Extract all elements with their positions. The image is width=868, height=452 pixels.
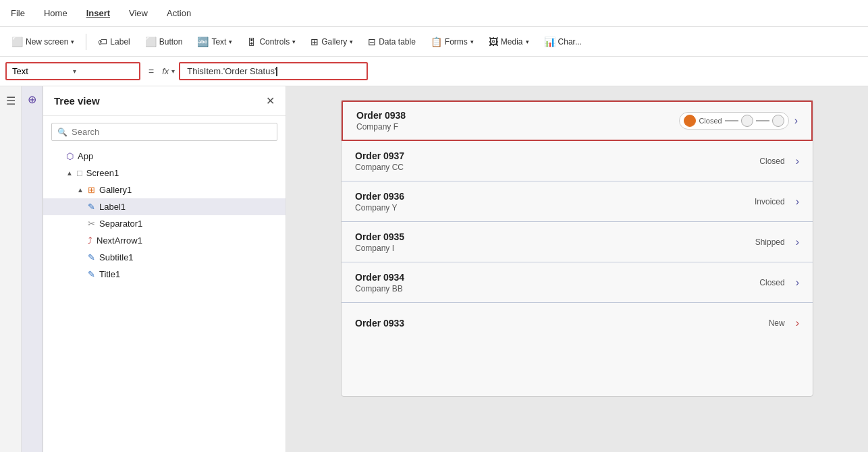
menu-bar: File Home Insert View Action [0,0,868,27]
formula-bar: Text ▾ = fx ▾ ThisItem.'Order Status' [0,57,868,86]
tree-item-gallery1[interactable]: ▲ ⊞ Gallery1 [43,181,286,198]
toggle-circle-2 [741,115,753,127]
toggle-circle-1 [684,115,696,127]
tree-header: Tree view ✕ [43,86,286,116]
gallery-list: Order 0938 Company F Closed › [342,101,813,343]
screen-icon: □ [77,168,82,178]
media-icon: 🖼 [489,36,498,47]
tree-item-app[interactable]: ⬡ App [43,148,286,165]
item-chevron-2[interactable]: › [796,196,799,208]
controls-button[interactable]: 🎛 Controls ▾ [241,33,302,51]
sidebar-toggle[interactable]: ☰ [0,86,22,452]
gallery-item-4[interactable]: Order 0934 Company BB Closed › [342,262,813,303]
item-chevron-4[interactable]: › [796,277,799,289]
tree-item-nextarrow1[interactable]: ⤴ NextArrow1 [43,232,286,249]
button-button[interactable]: ⬜ Button [139,33,189,51]
tree-title: Tree view [54,95,100,107]
item-order-5: Order 0933 [355,318,769,329]
title1-icon: ✎ [88,269,95,279]
text-chevron: ▾ [229,38,232,45]
forms-chevron: ▾ [470,38,474,45]
item-company-3: Company I [355,244,755,253]
data-table-icon: ⊟ [368,36,376,47]
search-icon: 🔍 [57,128,67,137]
text-button[interactable]: 🔤 Text ▾ [191,33,238,51]
new-screen-button[interactable]: ⬜ New screen ▾ [5,33,80,51]
fx-button[interactable]: fx ▾ [162,66,175,76]
tree-item-screen1[interactable]: ▲ □ Screen1 [43,165,286,181]
item-order-1: Order 0937 [355,150,759,161]
label1-icon: ✎ [88,202,95,212]
item-status-3: Shipped [755,237,785,247]
media-chevron: ▾ [526,38,529,45]
tree-panel: Tree view ✕ 🔍 ⬡ App ▲ □ Screen1 [43,86,286,452]
item-chevron-0[interactable]: › [794,115,798,127]
gallery-item-1[interactable]: Order 0937 Company CC Closed › [342,141,813,181]
text-icon: 🔤 [197,36,209,47]
tree-item-subtitle1[interactable]: ✎ Subtitle1 [43,249,286,266]
gallery-button[interactable]: ⊞ Gallery ▾ [304,33,359,51]
chart-icon: 📊 [544,36,555,47]
gallery1-chevron: ▲ [77,186,84,194]
item-chevron-3[interactable]: › [796,236,799,248]
label-button[interactable]: 🏷 Label [92,33,136,51]
gallery-item-5[interactable]: Order 0933 New › [342,303,813,343]
item-text-2: Order 0936 Company Y [355,191,755,213]
forms-button[interactable]: 📋 Forms ▾ [425,33,480,51]
status-toggle-0: Closed [679,112,788,130]
new-screen-chevron: ▾ [71,38,74,45]
formula-input[interactable]: ThisItem.'Order Status' [179,62,368,80]
item-company-0: Company F [356,122,679,132]
item-text-0: Order 0938 Company F [356,110,679,132]
tree-item-separator1[interactable]: ✂ Separator1 [43,215,286,232]
gallery-item-3[interactable]: Order 0935 Company I Shipped › [342,222,813,262]
property-dropdown[interactable]: Text ▾ [5,62,140,80]
equals-sign: = [144,66,158,77]
media-button[interactable]: 🖼 Media ▾ [483,33,535,51]
screen1-chevron: ▲ [66,169,73,177]
item-company-2: Company Y [355,203,755,213]
tree-item-label1[interactable]: ✎ Label1 [43,198,286,215]
item-order-2: Order 0936 [355,191,755,202]
canvas-frame: Order 0938 Company F Closed › [341,100,813,397]
layers-icon[interactable]: ⊕ [28,93,36,106]
item-status-5: New [769,318,785,328]
menu-file[interactable]: File [8,7,28,20]
menu-view[interactable]: View [126,7,151,20]
layer-panel: ⊕ [22,86,43,452]
controls-icon: 🎛 [247,36,256,47]
gallery-icon: ⊞ [310,36,319,47]
tree-search-box[interactable]: 🔍 [51,123,277,141]
dropdown-chevron: ▾ [73,67,134,75]
chart-button[interactable]: 📊 Char... [538,33,588,51]
nextarrow1-icon: ⤴ [88,235,92,246]
item-company-4: Company BB [355,284,759,293]
item-chevron-1[interactable]: › [796,155,799,167]
search-input[interactable] [72,127,271,137]
menu-action[interactable]: Action [164,7,194,20]
main-area: ☰ ⊕ Tree view ✕ 🔍 ⬡ App ▲ □ Sc [0,86,868,452]
tree-content: ⬡ App ▲ □ Screen1 ▲ ⊞ Gallery1 ✎ La [43,148,286,452]
toggle-line [725,120,738,121]
item-order-0: Order 0938 [356,110,679,121]
hamburger-icon[interactable]: ☰ [6,94,16,107]
forms-icon: 📋 [431,36,442,47]
item-text-4: Order 0934 Company BB [355,272,759,293]
toolbar: ⬜ New screen ▾ 🏷 Label ⬜ Button 🔤 Text ▾… [0,27,868,57]
toggle-circle-3 [772,115,784,127]
controls-chevron: ▾ [292,38,296,45]
item-text-3: Order 0935 Company I [355,231,755,253]
menu-insert[interactable]: Insert [84,7,113,20]
tree-item-title1[interactable]: ✎ Title1 [43,266,286,283]
tree-close-button[interactable]: ✕ [266,94,275,107]
gallery-item-0[interactable]: Order 0938 Company F Closed › [342,101,813,141]
item-chevron-5[interactable]: › [796,317,799,329]
item-text-5: Order 0933 [355,318,769,329]
gallery-item-2[interactable]: Order 0936 Company Y Invoiced › [342,181,813,222]
item-order-3: Order 0935 [355,231,755,242]
canvas-area[interactable]: Order 0938 Company F Closed › [286,86,868,452]
item-text-1: Order 0937 Company CC [355,150,759,172]
menu-home[interactable]: Home [41,7,70,20]
data-table-button[interactable]: ⊟ Data table [362,33,422,51]
gallery-tree-icon: ⊞ [88,185,95,195]
